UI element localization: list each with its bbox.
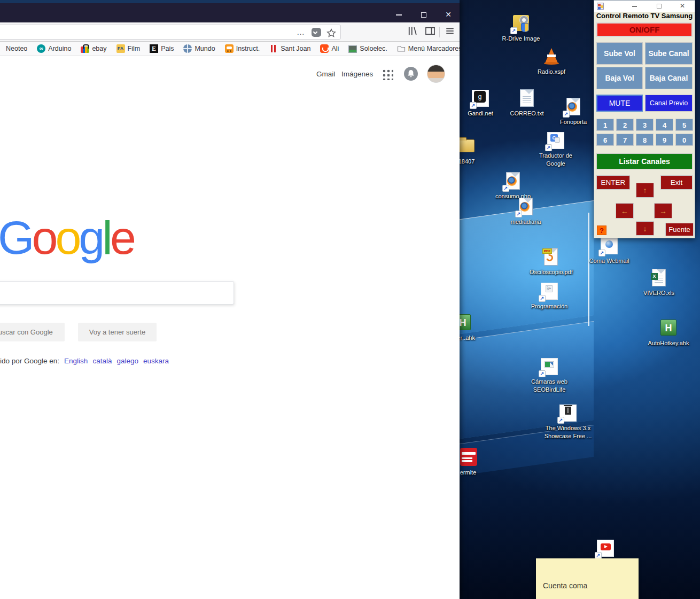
gmail-link[interactable]: Gmail [316,70,335,78]
power-button[interactable]: ON/OFF [596,22,693,37]
pdf-badge-icon: PDF [542,248,552,254]
bookmark-sant-joan[interactable]: Sant Joan [265,44,315,53]
profile-avatar[interactable] [427,65,445,83]
bookmark-ebay[interactable]: ebay [76,45,111,52]
close-button[interactable]: ✕ [440,7,456,21]
library-icon[interactable] [407,26,418,36]
desktop-icon-camaras-web[interactable]: ↗ Cámaras web SEOBirdLife [525,357,573,394]
arrow-right-button[interactable]: → [654,203,672,219]
desktop-icon-windows3x[interactable]: ↗ The Windows 3.x Showcase Free ... [541,403,595,440]
maximize-button[interactable] [652,2,666,11]
desktop-icon-label: VIVERO.xls [637,289,680,297]
desktop-icon-programacion[interactable]: ↗ Programación [528,282,571,310]
bookmark-pais[interactable]: EPais [145,44,178,53]
notifications-bell-icon[interactable] [404,67,418,81]
bookmark-film[interactable]: FAFilm [112,44,145,53]
digit-9-button[interactable]: 9 [656,134,673,146]
language-link-euskara[interactable]: euskara [143,357,169,365]
channel-up-button[interactable]: Sube Canal [645,42,693,65]
desktop-icon-autohotkey[interactable]: H AutoHotkey.ahk [647,318,690,347]
bookmark-star-icon[interactable] [326,28,336,38]
desktop-icon-fonoporta[interactable]: ↗ Fonoporta [552,97,595,126]
language-link-english[interactable]: English [64,357,88,365]
lucky-button[interactable]: Voy a tener suerte [78,323,157,341]
maximize-button[interactable] [416,7,432,21]
digit-4-button[interactable]: 4 [656,119,673,131]
url-bar[interactable]: … [0,25,341,40]
seobirdlife-icon [545,361,554,368]
bookmark-mundo[interactable]: Mundo [178,44,220,53]
exit-button[interactable]: Exit [660,175,693,190]
digit-8-button[interactable]: 8 [636,134,654,146]
help-button[interactable]: ? [597,225,606,235]
shortcut-arrow-icon: ↗ [563,111,570,118]
desktop-icon-traductor-google[interactable]: G↗ Traductor de Google [533,131,578,168]
elpais-icon: E [150,44,158,53]
language-link-galego[interactable]: galego [116,357,138,365]
google-search-input[interactable] [0,281,234,305]
shortcut-arrow-icon: ↗ [510,27,517,34]
minimize-button[interactable] [391,7,407,21]
bookmark-label: Ali [331,45,339,52]
google-page: Gmail Imágenes Google Buscar con Google … [0,56,460,599]
bookmark-arduino[interactable]: ∞Arduino [32,44,76,53]
wallpaper-pane-edge [588,213,589,326]
desktop-icon-osciloscopio-pdf[interactable]: PDF Osciloscopio.pdf [530,247,572,276]
digit-row-1: 1 2 3 4 5 [596,119,693,131]
enter-button[interactable]: ENTER [596,175,630,190]
bookmark-label: ebay [92,45,106,52]
arrow-down-button[interactable]: ↓ [636,221,654,236]
pocket-icon[interactable] [312,28,321,37]
bookmark-soloelec[interactable]: Soloelec. [344,45,392,52]
desktop-icon-rdrive-image[interactable]: ↗ R-Drive Image [500,14,542,43]
sticky-note[interactable]: Cuenta coma [536,558,639,599]
bookmark-label: Pais [161,45,174,52]
excel-x-icon: X [651,273,658,280]
volume-up-button[interactable]: Sube Vol [596,42,643,65]
bookmark-ali[interactable]: Ali [315,44,344,53]
google-search-button[interactable]: Buscar con Google [0,323,65,341]
arduino-icon: ∞ [37,44,45,53]
language-link-catala[interactable]: català [92,357,112,365]
bookmark-menu-marcadores[interactable]: Menú Marcadores [392,44,460,53]
digit-3-button[interactable]: 3 [636,119,654,131]
sidebar-icon[interactable] [425,26,435,36]
digit-6-button[interactable]: 6 [596,134,614,146]
minimize-button[interactable] [627,2,641,11]
digit-2-button[interactable]: 2 [616,119,634,131]
text-document-icon [520,89,534,107]
desktop-icon-radio-xspf[interactable]: Radio.xspf [530,47,573,76]
desktop-icon-gandi[interactable]: g↗ Gandi.net [459,89,502,118]
mute-button[interactable]: MUTE [596,95,643,112]
menu-hamburger-icon[interactable] [445,26,455,36]
shortcut-arrow-icon: ↗ [515,211,522,217]
arrow-left-button[interactable]: ← [616,203,634,219]
page-actions-icon[interactable]: … [297,27,305,36]
source-button[interactable]: Fuente [665,223,694,236]
desktop-icon-coma-webmail[interactable]: ↗ Coma Webmail [588,236,631,265]
desktop-icon-label: Radio.xspf [530,68,573,76]
google-apps-grid-icon[interactable] [382,68,393,80]
desktop-icon-correo-txt[interactable]: CORREO.txt [505,89,548,118]
list-channels-button[interactable]: Listar Canales [596,153,693,169]
desktop-icon-mediadiaria[interactable]: ↗ mediadiaria [504,197,547,226]
browser-toolbar: … [0,22,460,42]
previous-channel-button[interactable]: Canal Previo [645,95,693,112]
termite-icon [460,448,477,466]
logo-letter: G [0,214,32,261]
arrow-up-button[interactable]: ↑ [636,183,654,198]
bookmark-neoteo[interactable]: Neoteo [1,45,32,52]
google-topbar: Gmail Imágenes [0,65,460,86]
digit-7-button[interactable]: 7 [616,134,634,146]
digit-0-button[interactable]: 0 [675,134,693,146]
desktop-icon-consumo-php[interactable]: ↗ consumo.php [492,172,534,200]
desktop-icon-vivero-xls[interactable]: X VIVERO.xls [637,268,680,297]
channel-down-button[interactable]: Baja Canal [645,67,693,89]
digit-1-button[interactable]: 1 [596,119,614,131]
images-link[interactable]: Imágenes [341,70,373,78]
close-button[interactable]: ✕ [675,2,689,11]
bookmark-instruct[interactable]: Instruct. [220,44,265,53]
volume-down-button[interactable]: Baja Vol [596,67,643,89]
digit-5-button[interactable]: 5 [675,119,693,131]
desktop-icon-youtube[interactable]: ↗ [584,539,627,558]
